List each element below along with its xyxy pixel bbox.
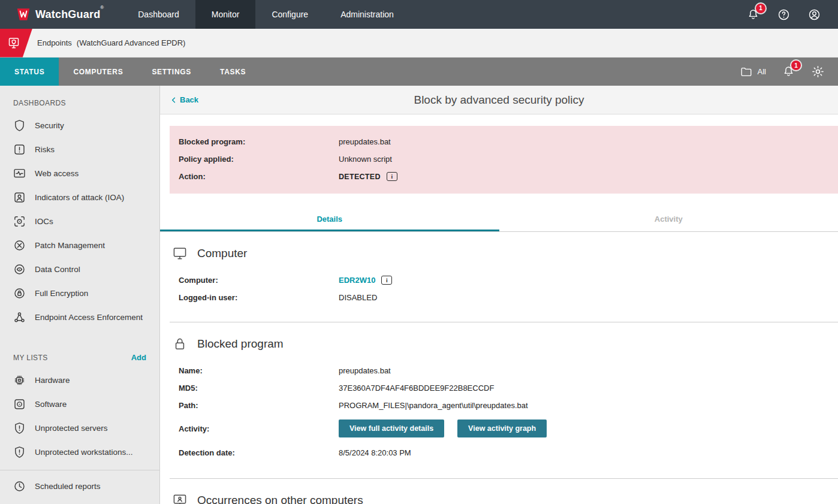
hardware-chip-icon (13, 373, 26, 387)
sidebar-item-endpoint-access-enforcement[interactable]: Endpoint Access Enforcement (0, 305, 159, 329)
breadcrumb-product: (WatchGuard Advanced EPDR) (77, 38, 186, 47)
software-disc-icon (13, 397, 26, 411)
ioa-person-icon (13, 191, 26, 204)
section-title: Computer (197, 247, 247, 260)
sidebar-item-iocs[interactable]: IOCs (0, 209, 159, 233)
summary-label: Policy applied: (179, 155, 339, 164)
folder-icon (740, 65, 753, 79)
detail-tabs: Details Activity (160, 206, 838, 232)
subnav-tab-tasks[interactable]: TASKS (206, 58, 260, 86)
clock-icon (13, 479, 26, 493)
dashboards-heading: DASHBOARDS (0, 86, 159, 113)
sidebar-item-risks[interactable]: Risks (0, 137, 159, 161)
field-label: Detection date: (179, 448, 339, 457)
sidebar-item-unprotected-servers[interactable]: Unprotected servers (0, 416, 159, 440)
risk-alert-icon (13, 143, 26, 156)
detection-date-row: Detection date: 8/5/2024 8:20:03 PM (170, 443, 838, 463)
subnav-actions: All 1 (740, 58, 838, 86)
sidebar-item-software[interactable]: Software (0, 392, 159, 416)
group-filter-all-button[interactable]: All (740, 65, 766, 79)
tab-activity[interactable]: Activity (499, 206, 838, 231)
activity-row: Activity: View full activity details Vie… (170, 414, 838, 443)
add-list-button[interactable]: Add (131, 353, 146, 362)
sidebar-item-label: Risks (35, 145, 55, 154)
my-lists-heading-label: MY LISTS (13, 354, 48, 362)
field-label: Logged-in user: (179, 293, 339, 302)
sidebar-item-web-access[interactable]: Web access (0, 161, 159, 185)
sidebar-item-unprotected-workstations[interactable]: Unprotected workstations... (0, 440, 159, 464)
section-title: Occurrences on other computers (197, 494, 363, 504)
endpoint-sub-navigation: STATUS COMPUTERS SETTINGS TASKS All 1 (0, 58, 838, 86)
topnav-item-dashboard[interactable]: Dashboard (122, 0, 195, 29)
my-lists-heading: MY LISTS Add (0, 340, 159, 368)
occurrences-section: Occurrences on other computers (170, 479, 838, 504)
subnav-tab-computers[interactable]: COMPUTERS (59, 58, 137, 86)
back-button[interactable]: Back (170, 95, 198, 104)
name-row: Name: preupdates.bat (170, 362, 838, 379)
back-button-label: Back (180, 95, 198, 104)
breadcrumb-section[interactable]: Endpoints (37, 38, 72, 47)
field-label: Name: (179, 366, 339, 375)
sidebar-item-label: Security (35, 121, 64, 130)
summary-row-action: Action: DETECTED i (170, 168, 838, 185)
notifications-bell-button[interactable]: 1 (746, 8, 760, 22)
monitor-icon (171, 245, 188, 262)
section-title: Blocked program (197, 337, 284, 351)
summary-value: Unknown script (339, 155, 838, 164)
network-nodes-icon (13, 310, 26, 324)
logged-in-user-row: Logged-in user: DISABLED (170, 289, 838, 306)
sidebar-item-label: IOCs (35, 217, 53, 226)
view-full-activity-details-button[interactable]: View full activity details (339, 420, 444, 437)
topnav-actions: 1 (746, 0, 838, 29)
computer-name-link[interactable]: EDR2W10 (339, 276, 375, 285)
notification-count-badge: 1 (756, 4, 765, 13)
unprotected-shield-icon (13, 421, 26, 435)
watchguard-logo[interactable]: WatchGuard® (0, 0, 122, 29)
subnav-notifications-bell-button[interactable]: 1 (782, 65, 795, 79)
tab-details[interactable]: Details (160, 206, 499, 231)
sidebar-item-label: Hardware (35, 376, 70, 385)
field-label: Activity: (179, 424, 339, 433)
subnav-notification-count-badge: 1 (791, 61, 801, 70)
topnav-item-administration[interactable]: Administration (324, 0, 410, 29)
info-icon[interactable]: i (387, 172, 397, 181)
computer-section-header: Computer (170, 245, 838, 262)
info-icon[interactable]: i (381, 276, 392, 285)
sidebar-item-security[interactable]: Security (0, 113, 159, 137)
computer-row: Computer: EDR2W10 i (170, 271, 838, 289)
subnav-tab-settings[interactable]: SETTINGS (137, 58, 206, 86)
lock-icon (171, 336, 188, 352)
detection-detail-panel: Back Block by advanced security policy B… (160, 86, 838, 504)
sidebar-item-label: Indicators of attack (IOA) (35, 193, 124, 202)
field-value: DISABLED (339, 293, 838, 302)
topnav-item-monitor[interactable]: Monitor (195, 0, 256, 29)
sidebar-item-patch-management[interactable]: Patch Management (0, 233, 159, 257)
app-window: WatchGuard® Dashboard Monitor Configure … (0, 0, 838, 504)
top-navigation: WatchGuard® Dashboard Monitor Configure … (0, 0, 838, 29)
web-access-pulse-icon (13, 167, 26, 180)
sidebar-item-hardware[interactable]: Hardware (0, 368, 159, 392)
account-button[interactable] (807, 8, 821, 22)
sidebar-item-label: Unprotected workstations... (35, 448, 133, 457)
view-activity-graph-button[interactable]: View activity graph (457, 420, 547, 437)
sidebar-item-ioa[interactable]: Indicators of attack (IOA) (0, 185, 159, 209)
detail-body: Blocked program: preupdates.bat Policy a… (160, 114, 838, 504)
sidebar-item-full-encryption[interactable]: Full Encryption (0, 281, 159, 305)
sidebar-item-data-control[interactable]: Data Control (0, 257, 159, 281)
status-sidebar: DASHBOARDS Security Risks Web access Ind… (0, 86, 160, 504)
sidebar-item-scheduled-reports[interactable]: Scheduled reports (0, 474, 159, 498)
summary-row-policy-applied: Policy applied: Unknown script (170, 150, 838, 168)
summary-label: Blocked program: (179, 137, 339, 146)
subnav-tab-status[interactable]: STATUS (0, 58, 59, 86)
summary-label: Action: (179, 172, 339, 181)
data-control-eye-icon (13, 262, 26, 276)
field-label: MD5: (179, 384, 339, 393)
topnav-menu: Dashboard Monitor Configure Administrati… (122, 0, 410, 29)
blocked-program-section-header: Blocked program (170, 336, 838, 352)
action-status-value: DETECTED (339, 173, 381, 181)
settings-gear-button[interactable] (811, 65, 825, 79)
detection-summary-panel: Blocked program: preupdates.bat Policy a… (170, 126, 838, 194)
page-title: Block by advanced security policy (160, 93, 838, 107)
topnav-item-configure[interactable]: Configure (255, 0, 324, 29)
help-button[interactable] (777, 8, 791, 22)
